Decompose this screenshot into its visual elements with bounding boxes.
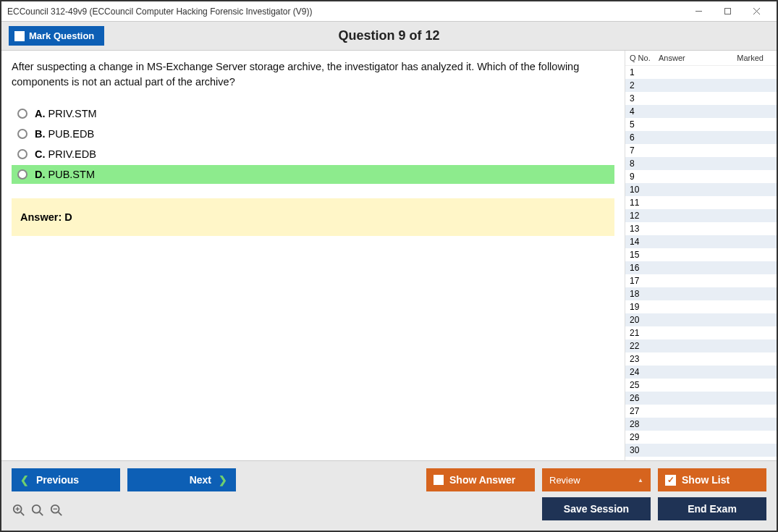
question-list-row[interactable]: 19 [625,300,777,313]
row-qno: 14 [630,236,659,248]
row-qno: 6 [630,132,659,143]
row-qno: 30 [630,444,659,456]
row-qno: 29 [630,431,659,443]
zoom-out-icon[interactable] [49,503,64,518]
option-row[interactable]: C. PRIV.EDB [12,145,614,164]
row-qno: 13 [630,223,659,235]
zoom-reset-icon[interactable] [30,503,45,518]
row-qno: 2 [630,80,659,91]
option-letter: D. [35,169,48,180]
radio-icon[interactable] [17,169,28,180]
question-list-row[interactable]: 7 [625,144,777,157]
option-row[interactable]: D. PUB.STM [12,165,614,184]
question-list-row[interactable]: 26 [625,392,777,405]
question-list-row[interactable]: 27 [625,405,777,418]
end-exam-button[interactable]: End Exam [658,497,766,520]
row-qno: 25 [630,379,659,391]
previous-button[interactable]: ❮ Previous [12,468,120,491]
question-list-row[interactable]: 4 [625,105,777,118]
review-button[interactable]: Review ▲ [542,468,651,491]
show-answer-button[interactable]: Show Answer [426,468,535,491]
question-list-row[interactable]: 22 [625,339,777,352]
question-list-row[interactable]: 11 [625,196,777,209]
question-list-row[interactable]: 24 [625,366,777,379]
option-row[interactable]: B. PUB.EDB [12,124,614,143]
row-qno: 3 [630,93,659,104]
option-row[interactable]: A. PRIV.STM [12,104,614,123]
show-list-button[interactable]: ✓ Show List [658,468,766,491]
checkbox-icon [434,475,444,485]
close-button[interactable] [742,3,771,20]
checkbox-icon [14,31,25,41]
row-qno: 17 [630,275,659,287]
question-list-row[interactable]: 23 [625,352,777,366]
row-qno: 11 [630,197,659,208]
bottom-bar: ❮ Previous Next ❯ Show Answer Review ▲ ✓… [1,460,777,531]
row-qno: 7 [630,145,659,156]
col-answer: Answer [659,54,702,62]
mark-question-button[interactable]: Mark Question [9,26,104,46]
mark-question-label: Mark Question [29,30,94,41]
main-area: After suspecting a change in MS-Exchange… [1,51,777,460]
row-qno: 5 [630,119,659,130]
save-session-button[interactable]: Save Session [542,497,651,520]
question-list-row[interactable]: 29 [625,431,777,444]
question-list-row[interactable]: 14 [625,235,777,248]
radio-icon[interactable] [17,149,28,159]
chevron-right-icon: ❯ [219,474,227,486]
row-qno: 27 [630,405,659,417]
row-qno: 22 [630,340,659,352]
question-list-row[interactable]: 17 [625,274,777,287]
question-list-row[interactable]: 5 [625,118,777,131]
button-row-1: ❮ Previous Next ❯ Show Answer Review ▲ ✓… [12,468,766,491]
option-letter: B. [35,128,48,140]
minimize-button[interactable] [684,3,713,20]
question-list-row[interactable]: 13 [625,222,777,235]
next-button[interactable]: Next ❯ [127,468,236,491]
maximize-button[interactable] [713,3,742,20]
row-qno: 19 [630,301,659,313]
question-list-header: Q No. Answer Marked [625,51,777,66]
radio-icon[interactable] [17,129,28,139]
review-label: Review [549,475,580,486]
question-list-row[interactable]: 1 [625,66,777,79]
question-list-row[interactable]: 18 [625,287,777,300]
row-qno: 16 [630,262,659,274]
row-qno: 12 [630,210,659,221]
question-list-row[interactable]: 15 [625,248,777,261]
question-list-row[interactable]: 20 [625,313,777,326]
question-list-row[interactable]: 9 [625,170,777,183]
content-panel: After suspecting a change in MS-Exchange… [1,51,625,460]
question-list-row[interactable]: 25 [625,379,777,392]
question-list-row[interactable]: 30 [625,444,777,457]
zoom-controls [12,500,64,518]
next-label: Next [190,474,211,486]
row-qno: 18 [630,288,659,300]
option-text: B. PUB.EDB [35,128,94,140]
show-list-label: Show List [682,474,730,486]
previous-label: Previous [36,474,79,486]
triangle-up-icon: ▲ [638,477,643,484]
question-list-row[interactable]: 6 [625,131,777,144]
question-list-row[interactable]: 3 [625,92,777,105]
question-list-row[interactable]: 2 [625,79,777,92]
question-list-row[interactable]: 16 [625,261,777,274]
header-bar: Mark Question Question 9 of 12 [1,22,777,51]
svg-line-5 [21,512,25,516]
question-list-row[interactable]: 28 [625,418,777,431]
question-list[interactable]: 1234567891011121314151617181920212223242… [625,66,777,460]
question-list-row[interactable]: 8 [625,157,777,170]
zoom-in-icon[interactable] [12,503,26,518]
row-qno: 23 [630,353,659,365]
row-qno: 28 [630,418,659,430]
radio-icon[interactable] [17,109,28,119]
question-list-row[interactable]: 12 [625,209,777,222]
row-qno: 24 [630,366,659,378]
app-window: ECCouncil 312-49v9 (ECCouncil Computer H… [0,0,778,532]
window-title: ECCouncil 312-49v9 (ECCouncil Computer H… [7,7,684,17]
answer-box: Answer: D [12,198,614,236]
checkbox-checked-icon: ✓ [665,475,676,486]
question-list-row[interactable]: 10 [625,183,777,196]
question-list-row[interactable]: 21 [625,326,777,339]
svg-rect-1 [724,9,730,14]
